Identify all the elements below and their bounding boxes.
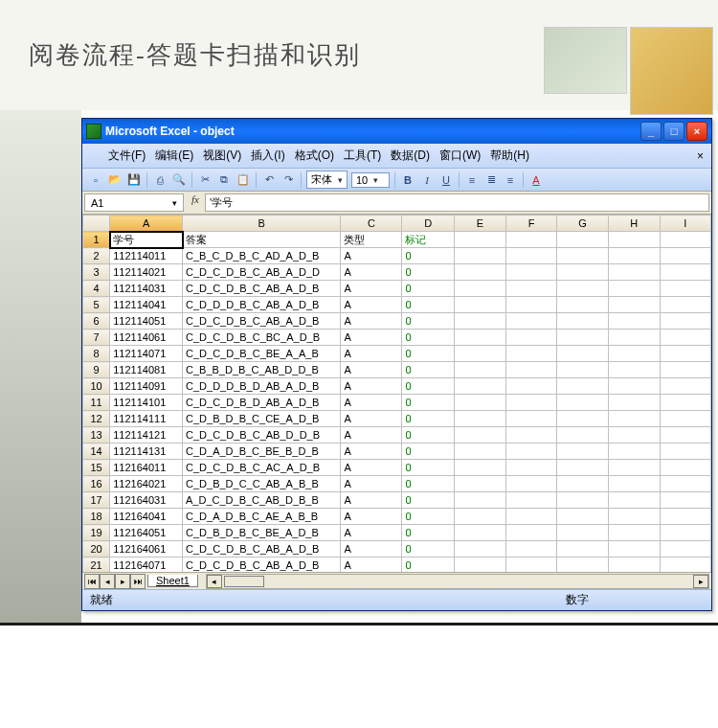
scroll-thumb[interactable] (224, 576, 264, 587)
cell[interactable] (505, 264, 557, 281)
cell[interactable]: A (341, 378, 402, 395)
cell[interactable] (557, 232, 609, 248)
scroll-right-button[interactable]: ▸ (693, 575, 708, 588)
cell[interactable] (660, 411, 710, 427)
cell[interactable]: 0 (402, 541, 455, 557)
cell[interactable] (455, 444, 506, 460)
cell[interactable] (660, 476, 710, 492)
cell[interactable]: 112164061 (110, 541, 183, 557)
font-color-icon[interactable]: A (527, 171, 545, 189)
cell[interactable] (455, 346, 506, 362)
cell[interactable]: C_D_B_D_C_C_AB_A_B_B (183, 476, 341, 492)
cell[interactable] (609, 557, 661, 573)
cell[interactable] (557, 346, 609, 362)
cell[interactable]: 0 (402, 264, 455, 281)
paste-icon[interactable]: 📋 (235, 171, 252, 189)
cell[interactable] (557, 281, 609, 297)
cell[interactable] (557, 362, 609, 378)
cell[interactable]: A (341, 427, 402, 444)
row-header[interactable]: 12 (83, 411, 110, 427)
cell[interactable] (455, 248, 506, 264)
open-icon[interactable]: 📂 (106, 171, 123, 189)
row-header[interactable]: 16 (83, 476, 110, 492)
maximize-button[interactable]: □ (663, 122, 684, 141)
cell[interactable] (660, 525, 710, 541)
cell[interactable] (609, 248, 661, 264)
cell[interactable]: 112114121 (110, 427, 183, 444)
cell[interactable] (660, 557, 710, 573)
name-box[interactable]: A1 ▾ (84, 193, 184, 212)
cell[interactable] (505, 525, 557, 541)
cell[interactable] (609, 411, 661, 427)
cell[interactable] (557, 476, 609, 492)
cell[interactable]: C_D_A_D_B_C_BE_B_D_B (183, 444, 341, 460)
column-header[interactable]: A (110, 216, 183, 232)
print-icon[interactable]: ⎙ (151, 171, 168, 189)
cell[interactable]: C_D_C_D_B_C_AB_D_D_B (183, 427, 341, 444)
cell[interactable] (455, 395, 506, 411)
spreadsheet-grid[interactable]: ABCDEFGHI1学号答案类型标记2112114011C_B_C_D_B_C_… (82, 215, 711, 572)
cell[interactable]: C_B_B_D_B_C_AB_D_D_B (183, 362, 341, 378)
cell[interactable] (609, 395, 661, 411)
cell[interactable] (505, 313, 557, 330)
doc-close-button[interactable]: × (693, 149, 707, 163)
cell[interactable] (455, 492, 506, 509)
cell[interactable] (660, 492, 710, 509)
cell[interactable]: C_D_C_D_B_C_AB_A_D_B (183, 281, 341, 297)
cell[interactable] (557, 297, 609, 313)
cell[interactable]: 0 (402, 346, 455, 362)
cell[interactable] (455, 232, 506, 248)
cell[interactable] (505, 362, 557, 378)
row-header[interactable]: 5 (83, 297, 110, 313)
sheet-next-button[interactable]: ▸ (115, 574, 130, 589)
cell[interactable]: 112114071 (110, 346, 183, 362)
fx-label[interactable]: fx (186, 192, 205, 214)
menu-window[interactable]: 窗口(W) (435, 146, 485, 166)
cell[interactable]: A (341, 525, 402, 541)
cell[interactable] (660, 444, 710, 460)
row-header[interactable]: 14 (83, 444, 110, 460)
formula-input[interactable]: '学号 (205, 193, 709, 212)
cell[interactable]: C_B_C_D_B_C_AD_A_D_B (183, 248, 341, 264)
italic-button[interactable]: I (418, 171, 436, 189)
cell[interactable] (660, 281, 710, 297)
cell[interactable] (660, 395, 710, 411)
cell[interactable] (557, 460, 609, 476)
row-header[interactable]: 10 (83, 378, 110, 395)
menu-help[interactable]: 帮助(H) (485, 146, 534, 166)
cell[interactable]: 0 (402, 330, 455, 346)
cell[interactable]: A (341, 395, 402, 411)
sheet-last-button[interactable]: ⏭ (130, 574, 146, 589)
column-header[interactable]: H (609, 216, 661, 232)
cell[interactable] (660, 264, 710, 281)
cell[interactable] (660, 297, 710, 313)
cell[interactable]: 0 (402, 411, 455, 427)
cell[interactable] (660, 330, 710, 346)
cell[interactable]: 112114041 (110, 297, 183, 313)
cell[interactable]: 0 (402, 509, 455, 525)
cell[interactable]: 0 (402, 557, 455, 573)
cell[interactable]: C_D_A_D_B_C_AE_A_B_B (183, 509, 341, 525)
cell[interactable]: A (341, 541, 402, 557)
cell[interactable]: 学号 (110, 232, 183, 248)
row-header[interactable]: 21 (83, 557, 110, 573)
column-header[interactable]: F (505, 216, 557, 232)
cell[interactable]: A (341, 330, 402, 346)
cell[interactable] (455, 264, 506, 281)
cell[interactable] (505, 232, 557, 248)
menu-tools[interactable]: 工具(T) (339, 146, 386, 166)
cell[interactable]: 标记 (402, 232, 455, 248)
column-header[interactable]: B (183, 216, 341, 232)
cell[interactable] (609, 444, 661, 460)
cell[interactable]: A (341, 476, 402, 492)
cell[interactable] (609, 313, 661, 330)
cell[interactable] (505, 248, 557, 264)
cell[interactable]: 0 (402, 427, 455, 444)
cell[interactable] (660, 378, 710, 395)
cell[interactable] (609, 346, 661, 362)
cell[interactable] (557, 313, 609, 330)
cell[interactable] (505, 330, 557, 346)
cell[interactable] (660, 509, 710, 525)
horizontal-scrollbar[interactable]: ◂ ▸ (206, 574, 709, 589)
cell[interactable]: 112114091 (110, 378, 183, 395)
